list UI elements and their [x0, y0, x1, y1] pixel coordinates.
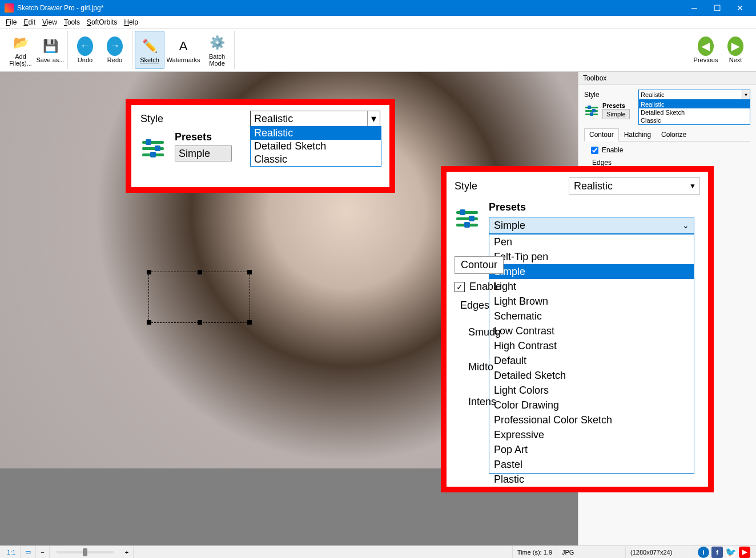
- c2-preset-option[interactable]: Light Colors: [489, 383, 694, 398]
- tab-contour[interactable]: Contour: [584, 128, 619, 141]
- style-combobox[interactable]: Realistic ▼ Realistic Detailed Sketch Cl…: [638, 90, 750, 100]
- c2-midtone-label: Midto: [468, 361, 504, 373]
- c2-preset-option[interactable]: Default: [489, 353, 694, 368]
- c2-enable-checkbox[interactable]: ✓: [455, 282, 465, 292]
- c2-preset-option[interactable]: Felt-Tip pen: [489, 249, 694, 264]
- next-icon: ▶: [727, 38, 743, 54]
- callout-presets-dropdown: Style Realistic ▼ Presets Simple ⌄ PenFe…: [441, 166, 714, 492]
- sketch-button[interactable]: ✏️Sketch: [135, 31, 164, 69]
- c2-preset-option[interactable]: High Contrast: [489, 338, 694, 353]
- sliders-icon: [584, 103, 599, 118]
- c2-preset-option[interactable]: Detailed Sketch: [489, 368, 694, 383]
- redo-button[interactable]: →Redo: [100, 31, 130, 69]
- c2-preset-option[interactable]: Expressive: [489, 427, 694, 442]
- undo-icon: ←: [77, 38, 93, 54]
- close-button[interactable]: ✕: [729, 0, 751, 16]
- sketch-icon: ✏️: [142, 38, 158, 54]
- style-option[interactable]: Classic: [639, 116, 750, 124]
- info-icon[interactable]: i: [698, 547, 709, 558]
- selection-handle[interactable]: [147, 320, 151, 325]
- maximize-button[interactable]: ☐: [706, 0, 729, 16]
- chevron-down-icon: ▾: [367, 111, 380, 126]
- c2-preset-option[interactable]: Light Brown: [489, 294, 694, 309]
- c2-edges-label: Edges: [460, 300, 504, 312]
- selection-rectangle[interactable]: [148, 272, 250, 323]
- toolbar: 📂Add File(s)... 💾Save as... ←Undo →Redo …: [0, 29, 756, 72]
- c2-preset-option[interactable]: Light: [489, 279, 694, 294]
- fit-screen-button[interactable]: ▭: [21, 546, 36, 558]
- c2-preset-option[interactable]: Pastel: [489, 457, 694, 472]
- c1-style-combobox[interactable]: Realistic ▾ Realistic Detailed Sketch Cl…: [250, 111, 380, 127]
- c1-style-option[interactable]: Classic: [251, 153, 381, 166]
- selection-handle[interactable]: [198, 270, 202, 274]
- undo-button[interactable]: ←Undo: [70, 31, 100, 69]
- c1-style-option[interactable]: Detailed Sketch: [251, 140, 381, 153]
- next-button[interactable]: ▶Next: [721, 31, 750, 69]
- window-title: Sketch Drawer Pro - girl.jpg*: [17, 4, 683, 12]
- app-icon: [5, 3, 14, 13]
- selection-handle[interactable]: [247, 320, 252, 325]
- c1-style-option[interactable]: Realistic: [251, 127, 381, 140]
- selection-handle[interactable]: [247, 270, 252, 274]
- c2-preset-option[interactable]: Pop Art: [489, 442, 694, 457]
- selection-handle[interactable]: [198, 320, 202, 325]
- tab-colorize[interactable]: Colorize: [656, 128, 691, 141]
- menu-file[interactable]: File: [2, 17, 20, 27]
- enable-checkbox[interactable]: [591, 147, 598, 154]
- style-dropdown: Realistic Detailed Sketch Classic: [638, 100, 750, 125]
- sliders-icon: [455, 206, 480, 231]
- c1-style-label: Style: [140, 113, 250, 125]
- c2-preset-option[interactable]: Low Contrast: [489, 324, 694, 338]
- toolbox-tabs: Contour Hatching Colorize: [584, 128, 750, 141]
- sliders-icon: [140, 136, 166, 161]
- zoom-out-button[interactable]: −: [36, 546, 49, 558]
- menu-help[interactable]: Help: [120, 17, 142, 27]
- twitter-icon[interactable]: 🐦: [725, 547, 737, 558]
- menu-tools[interactable]: Tools: [61, 17, 83, 27]
- previous-button[interactable]: ◀Previous: [691, 31, 721, 69]
- menu-view[interactable]: View: [39, 17, 61, 27]
- menu-edit[interactable]: Edit: [20, 17, 39, 27]
- c2-tab-contour[interactable]: Contour: [455, 256, 504, 274]
- tab-hatching[interactable]: Hatching: [619, 128, 656, 141]
- c2-smudge-label: Smudg: [468, 326, 504, 338]
- minimize-button[interactable]: ─: [683, 0, 706, 16]
- presets-simple-button[interactable]: Simple: [602, 109, 630, 119]
- status-time: Time (s): 1.9: [513, 546, 557, 558]
- save-icon: 💾: [42, 38, 58, 54]
- zoom-in-button[interactable]: +: [120, 546, 134, 558]
- c2-preset-option[interactable]: Pen: [489, 234, 694, 249]
- previous-icon: ◀: [698, 38, 714, 54]
- status-format: JPG: [557, 546, 626, 558]
- batch-mode-button[interactable]: ⚙️Batch Mode: [202, 31, 232, 69]
- menu-softorbits[interactable]: SoftOrbits: [83, 17, 120, 27]
- c1-style-dropdown: Realistic Detailed Sketch Classic: [250, 126, 381, 167]
- facebook-icon[interactable]: f: [711, 547, 723, 558]
- youtube-icon[interactable]: ▶: [739, 547, 750, 558]
- c2-presets-combobox[interactable]: Simple ⌄ PenFelt-Tip penSimpleLightLight…: [489, 217, 694, 234]
- redo-icon: →: [107, 38, 123, 54]
- social-links: i f 🐦 ▶: [694, 547, 754, 558]
- style-option[interactable]: Realistic: [639, 100, 750, 108]
- c1-simple-button[interactable]: Simple: [175, 145, 232, 161]
- style-option[interactable]: Detailed Sketch: [639, 108, 750, 116]
- style-label: Style: [584, 91, 638, 99]
- watermarks-icon: A: [175, 38, 191, 54]
- c2-style-combobox[interactable]: Realistic ▼: [569, 177, 700, 195]
- watermarks-button[interactable]: AWatermarks: [164, 31, 202, 69]
- callout-style-dropdown: Style Realistic ▾ Realistic Detailed Ske…: [126, 99, 395, 193]
- selection-handle[interactable]: [147, 270, 151, 274]
- c2-preset-option[interactable]: Color Drawing: [489, 398, 694, 413]
- c2-preset-option[interactable]: Plastic: [489, 472, 694, 487]
- c2-preset-option[interactable]: Simple: [489, 264, 694, 279]
- titlebar: Sketch Drawer Pro - girl.jpg* ─ ☐ ✕: [0, 0, 756, 16]
- zoom-ratio[interactable]: 1:1: [2, 546, 21, 558]
- c2-preset-option[interactable]: Schematic: [489, 309, 694, 324]
- c2-preset-option[interactable]: Professional Color Sketch: [489, 413, 694, 427]
- add-files-button[interactable]: 📂Add File(s)...: [6, 31, 35, 69]
- save-as-button[interactable]: 💾Save as...: [35, 31, 65, 69]
- status-dimensions: (1280x877x24): [626, 546, 694, 558]
- chevron-down-icon: ▼: [689, 182, 696, 190]
- zoom-slider[interactable]: [57, 551, 114, 553]
- add-files-icon: 📂: [13, 35, 29, 51]
